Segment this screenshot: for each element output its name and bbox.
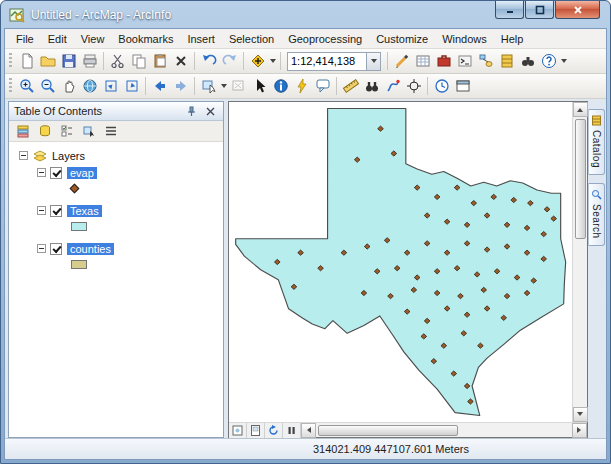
redo-button[interactable] (219, 51, 240, 72)
menu-item-bookmarks[interactable]: Bookmarks (111, 31, 180, 47)
menu-item-windows[interactable]: Windows (435, 31, 494, 47)
list-by-source-button[interactable] (35, 122, 54, 140)
layer-row-evap[interactable]: evap (11, 164, 221, 181)
editor-toolbar-button[interactable] (391, 51, 412, 72)
add-data-button[interactable] (247, 51, 268, 72)
copy-button[interactable] (128, 51, 149, 72)
toc-pin-button[interactable] (184, 104, 199, 119)
map-scale-input[interactable] (288, 55, 366, 67)
zoom-out-button[interactable] (37, 76, 58, 97)
collapse-icon[interactable] (37, 244, 46, 253)
hyperlink-button[interactable] (291, 76, 312, 97)
paste-button[interactable] (149, 51, 170, 72)
select-elements-button[interactable] (249, 76, 270, 97)
horizontal-scroll-thumb[interactable] (318, 425, 458, 436)
toolbar-options-dropdown[interactable] (559, 51, 568, 72)
zoom-in-button[interactable] (16, 76, 37, 97)
close-button[interactable] (555, 1, 600, 19)
vertical-scroll-thumb[interactable] (575, 119, 586, 239)
layer-row-counties[interactable]: counties (11, 240, 221, 257)
undo-button[interactable] (198, 51, 219, 72)
map-scale-dropdown[interactable] (366, 53, 380, 70)
delete-button[interactable] (170, 51, 191, 72)
select-features-button[interactable] (198, 76, 219, 97)
layer-name-texas[interactable]: Texas (67, 205, 102, 217)
attribute-table-button[interactable] (412, 51, 433, 72)
go-to-xy-button[interactable] (403, 76, 424, 97)
refresh-view-button[interactable] (265, 423, 283, 438)
collapse-icon[interactable] (37, 168, 46, 177)
list-by-drawing-order-button[interactable] (13, 122, 32, 140)
close-icon (573, 5, 583, 15)
menu-item-geoprocessing[interactable]: Geoprocessing (281, 31, 369, 47)
toolbar-grip[interactable] (9, 78, 12, 94)
clear-selection-button[interactable] (228, 76, 249, 97)
layer-name-counties[interactable]: counties (67, 243, 114, 255)
arctoolbox-button[interactable] (433, 51, 454, 72)
pause-drawing-button[interactable] (283, 423, 301, 438)
list-by-visibility-button[interactable] (57, 122, 76, 140)
identify-button[interactable] (270, 76, 291, 97)
tab-catalog[interactable]: Catalog (588, 109, 605, 175)
layer-checkbox-texas[interactable] (50, 205, 62, 217)
texas-polygon[interactable] (236, 109, 566, 416)
select-features-dropdown[interactable] (219, 76, 228, 97)
new-document-button[interactable] (16, 51, 37, 72)
cut-button[interactable] (107, 51, 128, 72)
search-window-button[interactable] (517, 51, 538, 72)
maximize-button[interactable] (525, 1, 554, 19)
layers-root-row[interactable]: Layers (11, 147, 221, 164)
minimize-button[interactable] (495, 1, 524, 19)
tab-search[interactable]: Search (588, 183, 605, 246)
model-builder-button[interactable] (475, 51, 496, 72)
find-button[interactable] (361, 76, 382, 97)
menu-item-file[interactable]: File (9, 31, 41, 47)
map-canvas[interactable] (229, 102, 572, 422)
layer-checkbox-evap[interactable] (50, 167, 62, 179)
scroll-up-button[interactable] (573, 102, 588, 117)
pan-button[interactable] (58, 76, 79, 97)
viewer-window-button[interactable] (452, 76, 473, 97)
layer-name-evap[interactable]: evap (67, 167, 97, 179)
toc-close-button[interactable] (203, 104, 218, 119)
catalog-window-button[interactable] (496, 51, 517, 72)
texas-evap-map[interactable] (234, 107, 567, 417)
find-route-button[interactable] (382, 76, 403, 97)
menu-item-insert[interactable]: Insert (180, 31, 222, 47)
layout-view-button[interactable] (247, 423, 265, 438)
collapse-icon[interactable] (19, 151, 28, 160)
layer-checkbox-counties[interactable] (50, 243, 62, 255)
menu-item-view[interactable]: View (74, 31, 112, 47)
add-data-dropdown[interactable] (268, 51, 277, 72)
scroll-down-button[interactable] (573, 407, 588, 422)
scroll-left-button[interactable] (301, 423, 316, 438)
fill-symbol-texas[interactable] (71, 222, 87, 231)
point-symbol-evap[interactable] (70, 184, 80, 194)
layer-row-texas[interactable]: Texas (11, 202, 221, 219)
open-button[interactable] (37, 51, 58, 72)
help-button[interactable] (538, 51, 559, 72)
toolbar-grip[interactable] (9, 53, 12, 69)
fixed-zoom-out-button[interactable] (121, 76, 142, 97)
scroll-right-button[interactable] (572, 423, 587, 438)
map-vertical-scrollbar[interactable] (572, 102, 587, 422)
menu-item-edit[interactable]: Edit (41, 31, 74, 47)
time-slider-button[interactable] (431, 76, 452, 97)
save-button[interactable] (58, 51, 79, 72)
data-view-button[interactable] (229, 423, 247, 438)
full-extent-button[interactable] (79, 76, 100, 97)
measure-button[interactable] (340, 76, 361, 97)
collapse-icon[interactable] (37, 206, 46, 215)
print-button[interactable] (79, 51, 100, 72)
fill-symbol-counties[interactable] (71, 260, 87, 269)
list-by-selection-button[interactable] (79, 122, 98, 140)
menu-item-customize[interactable]: Customize (369, 31, 435, 47)
python-window-button[interactable] (454, 51, 475, 72)
go-back-extent-button[interactable] (149, 76, 170, 97)
toc-options-button[interactable] (101, 122, 120, 140)
menu-item-selection[interactable]: Selection (222, 31, 281, 47)
html-popup-button[interactable] (312, 76, 333, 97)
menu-item-help[interactable]: Help (494, 31, 531, 47)
fixed-zoom-in-button[interactable] (100, 76, 121, 97)
go-forward-extent-button[interactable] (170, 76, 191, 97)
